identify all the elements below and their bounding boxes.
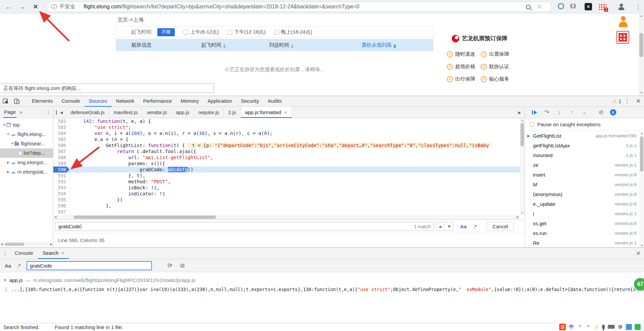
chevron-down-icon[interactable]: ▼ xyxy=(2,120,6,130)
ime-voice-input[interactable] xyxy=(602,325,605,329)
scrollbar-thumb[interactable] xyxy=(640,136,643,172)
call-stack-frame[interactable]: mounted2.js:1 xyxy=(525,150,644,160)
line-number[interactable]: 588 xyxy=(53,154,69,160)
tree-item[interactable]: ▼top xyxy=(0,120,53,130)
devtools-close-icon[interactable]: ✕ xyxy=(633,98,644,105)
pause-on-exceptions-icon[interactable] xyxy=(610,109,616,115)
line-number[interactable]: 589 xyxy=(53,160,69,167)
page-scrollbar[interactable]: ▲ ▼ xyxy=(639,13,644,96)
devtools-tab-elements[interactable]: Elements xyxy=(28,96,57,107)
expand-result-icon[interactable]: ▼ xyxy=(3,278,7,282)
code-line[interactable]: 596 }, xyxy=(53,203,525,209)
scroll-up-icon[interactable]: ▲ xyxy=(520,118,525,123)
filter-option[interactable]: 上午(6-12点) xyxy=(183,29,219,35)
panel-scrollbar[interactable]: ▲ ▼ xyxy=(639,131,644,248)
code-line[interactable]: 589 params: s()({ xyxy=(53,160,525,167)
sidebar-tab-page[interactable]: Page xyxy=(3,107,16,118)
zoom-icon[interactable] xyxy=(526,5,531,9)
checkbox[interactable] xyxy=(183,30,188,35)
browser-menu-icon[interactable]: ⋮ xyxy=(634,2,643,12)
call-stack-frame[interactable]: xs.runvendor.js:6 xyxy=(525,228,644,238)
call-stack-frame[interactable]: Revendor.js:1 xyxy=(525,238,644,248)
code-line[interactable]: 594 indicator: !1 xyxy=(53,191,525,197)
page-info-icon[interactable]: ⓘ xyxy=(51,3,57,11)
extension-ring-icon[interactable] xyxy=(558,3,564,9)
cancel-button[interactable]: Cancel xyxy=(487,222,514,231)
call-stack-frame[interactable]: getFlightListAjax2.js:1 xyxy=(525,141,644,150)
code-line[interactable]: 584 var n, i = a(104), o = a.n(i), r = a… xyxy=(53,130,525,136)
code-line[interactable]: 591 }, t), xyxy=(53,173,525,179)
code-line[interactable]: 595 }) xyxy=(53,197,525,203)
find-next-button[interactable] xyxy=(444,222,453,231)
chevron-down-icon[interactable]: ▼ xyxy=(6,130,10,139)
line-number[interactable]: 585 xyxy=(53,136,69,142)
device-toolbar-icon[interactable] xyxy=(11,96,23,107)
scroll-right-icon[interactable]: ▶ xyxy=(50,242,52,246)
filter-option[interactable]: 下午(12-18点) xyxy=(227,29,265,35)
devtools-tab-memory[interactable]: Memory xyxy=(176,96,203,107)
line-number[interactable]: 582 xyxy=(53,118,69,124)
tree-item[interactable]: list?dep... xyxy=(0,148,53,158)
drawer-menu-icon[interactable]: ⋮ xyxy=(0,248,10,259)
checkbox[interactable] xyxy=(274,30,279,35)
code-line[interactable]: 597 xyxy=(53,209,525,215)
file-tab[interactable]: defenseGrab.js xyxy=(66,107,109,118)
devtools-tab-audits[interactable]: Audits xyxy=(263,96,286,107)
step-out-icon[interactable]: ↑ xyxy=(568,109,575,116)
scroll-down-icon[interactable]: ▼ xyxy=(520,210,525,215)
editor-overflow-icon[interactable]: ▶ xyxy=(515,107,525,118)
search-result-line[interactable]: 1 ...],{105:function(t,e,a){function n(t… xyxy=(0,285,644,294)
code-line[interactable]: 592 method: "POST", xyxy=(53,179,525,185)
scrollbar-thumb[interactable] xyxy=(521,123,524,146)
scrollbar-thumb[interactable] xyxy=(5,243,24,246)
qr-code-widget[interactable] xyxy=(616,31,629,44)
resume-script-icon[interactable] xyxy=(531,109,538,116)
call-stack-frame[interactable]: ivendor.js:1 xyxy=(525,209,644,219)
ime-sogou-logo[interactable]: S xyxy=(559,324,566,330)
column-header[interactable]: 航班信息 xyxy=(131,39,152,51)
tree-item[interactable]: ▼flightsear... xyxy=(0,139,53,148)
call-stack-frame[interactable]: Mvendor.js:6 xyxy=(525,180,644,189)
file-tab[interactable]: app.js xyxy=(171,107,194,118)
step-over-icon[interactable]: ↷ xyxy=(543,109,550,116)
ime-skin-green[interactable] xyxy=(635,324,641,330)
match-case-button[interactable]: Aa xyxy=(460,224,467,229)
call-stack-frame[interactable]: zevendor.js:1 xyxy=(525,160,644,170)
regex-button[interactable]: .* xyxy=(473,224,477,229)
regex-button[interactable]: .* xyxy=(17,263,20,269)
file-tab[interactable]: 2.js xyxy=(224,107,240,118)
code-line[interactable]: 588 url: "api.List.getFlightList", xyxy=(53,154,525,160)
scroll-right-icon[interactable]: ▶ xyxy=(517,215,519,220)
ime-fullwidth-toggle[interactable]: ° xyxy=(577,324,583,330)
call-stack-frame[interactable]: ▶GetFlightListapp.js:formatted:590 xyxy=(525,131,644,141)
refresh-search-icon[interactable]: ⟳ xyxy=(167,262,172,269)
call-stack-frame[interactable]: xs.getvendor.js:6 xyxy=(525,219,644,228)
forward-icon[interactable]: → xyxy=(17,2,27,12)
line-number[interactable]: 590 xyxy=(53,167,69,173)
column-header[interactable]: 票价从低到高 xyxy=(362,39,396,51)
customer-service-widget[interactable] xyxy=(616,15,630,29)
sidebar-menu-icon[interactable]: ⋮ xyxy=(46,107,51,117)
line-number[interactable]: 584 xyxy=(53,130,69,136)
ime-soft-keyboard[interactable]: ⌨ xyxy=(607,324,615,330)
scroll-up-icon[interactable]: ▲ xyxy=(639,13,644,18)
scroll-up-icon[interactable]: ▲ xyxy=(639,131,644,136)
pause-on-caught-checkbox[interactable] xyxy=(530,122,534,127)
search-result-file-row[interactable]: ▼ app.js — m.elongstatic.com/web/flight/… xyxy=(0,275,644,285)
devtools-tab-sources[interactable]: Sources xyxy=(85,96,112,107)
line-number[interactable]: 587 xyxy=(53,148,69,154)
ime-emoji-picker[interactable]: ☺ xyxy=(594,324,599,330)
url-text[interactable]: flight.elong.com/flightsearch/list?depar… xyxy=(84,4,359,10)
bookmark-star-icon[interactable]: ☆ xyxy=(537,3,542,10)
line-number[interactable]: 592 xyxy=(53,179,69,185)
search-input[interactable] xyxy=(26,261,152,270)
devtools-tab-network[interactable]: Network xyxy=(112,96,139,107)
line-number[interactable]: 586 xyxy=(53,142,69,148)
ime-toolbox[interactable]: ⚙ xyxy=(618,324,623,330)
console-warning-badge[interactable]: ⚠1 xyxy=(613,98,621,104)
chevron-right-icon[interactable]: ▶ xyxy=(6,167,10,177)
line-number[interactable]: 596 xyxy=(53,203,69,209)
sidebar-h-scrollbar[interactable]: ◀ ▶ xyxy=(0,242,53,246)
chevron-right-icon[interactable]: ▶ xyxy=(6,158,10,167)
find-previous-button[interactable] xyxy=(436,222,445,231)
